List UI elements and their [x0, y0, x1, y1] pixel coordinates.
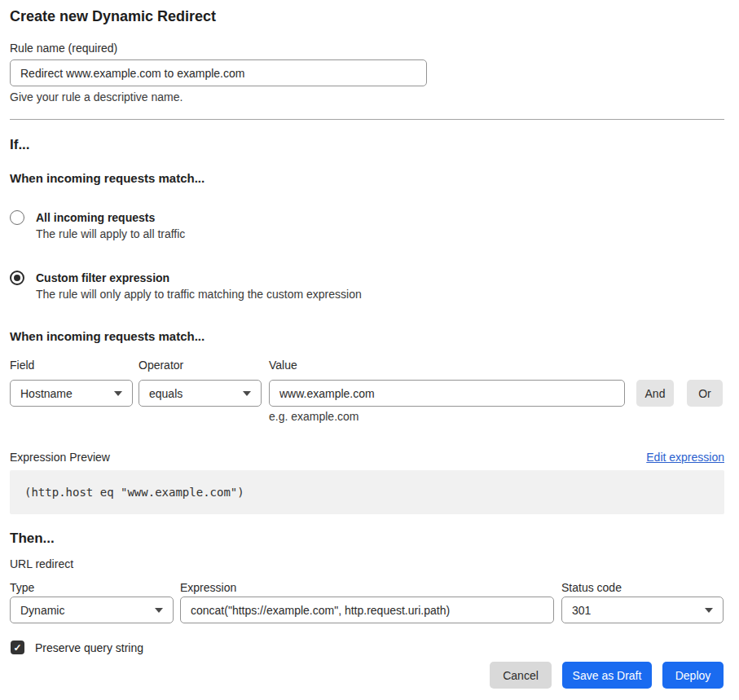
type-select[interactable]: Dynamic [10, 597, 174, 623]
field-select-value: Hostname [20, 387, 73, 400]
value-input[interactable] [269, 380, 625, 407]
radio-circle-selected-icon[interactable] [10, 271, 24, 285]
save-as-draft-button[interactable]: Save as Draft [562, 662, 652, 689]
type-label: Type [10, 581, 34, 594]
deploy-button[interactable]: Deploy [662, 662, 724, 689]
radio-description: The rule will only apply to traffic matc… [36, 286, 362, 303]
section-divider [10, 119, 724, 120]
radio-label: Custom filter expression [36, 270, 362, 286]
rule-name-label: Rule name (required) [10, 42, 117, 55]
then-heading: Then... [10, 531, 55, 547]
if-heading: If... [10, 137, 30, 153]
chevron-down-icon [155, 608, 163, 613]
operator-select-value: equals [149, 387, 183, 400]
value-hint: e.g. example.com [269, 410, 359, 423]
field-label: Field [10, 359, 34, 372]
radio-all-incoming-requests[interactable]: All incoming requests The rule will appl… [10, 209, 710, 243]
rule-name-help: Give your rule a descriptive name. [10, 90, 183, 103]
edit-expression-link[interactable]: Edit expression [646, 451, 724, 464]
match-heading-1: When incoming requests match... [10, 171, 205, 185]
status-code-label: Status code [561, 581, 622, 594]
checkbox-checked-icon[interactable]: ✓ [11, 641, 24, 654]
redirect-expression-input[interactable] [180, 597, 554, 623]
operator-label: Operator [139, 359, 183, 372]
chevron-down-icon [705, 608, 713, 613]
radio-circle-icon[interactable] [10, 210, 24, 225]
status-code-select[interactable]: 301 [561, 597, 724, 623]
or-button[interactable]: Or [687, 380, 723, 407]
rule-name-input[interactable] [10, 59, 427, 86]
expression-preview-code: (http.host eq "www.example.com") [10, 470, 724, 514]
type-select-value: Dynamic [20, 604, 64, 617]
url-redirect-label: URL redirect [10, 557, 73, 570]
preserve-query-string-row[interactable]: ✓ Preserve query string [11, 641, 143, 654]
operator-select[interactable]: equals [139, 380, 262, 407]
field-select[interactable]: Hostname [10, 380, 133, 407]
radio-label: All incoming requests [36, 209, 185, 226]
chevron-down-icon [114, 391, 122, 396]
value-label: Value [269, 359, 297, 372]
match-heading-2: When incoming requests match... [10, 329, 205, 343]
chevron-down-icon [243, 391, 251, 396]
redirect-expression-label: Expression [180, 581, 236, 594]
cancel-button[interactable]: Cancel [490, 662, 552, 689]
expression-code-text: (http.host eq "www.example.com") [24, 486, 244, 499]
page-title: Create new Dynamic Redirect [10, 8, 216, 25]
radio-custom-filter-expression[interactable]: Custom filter expression The rule will o… [10, 270, 710, 303]
status-code-value: 301 [572, 604, 591, 617]
radio-description: The rule will apply to all traffic [36, 226, 185, 243]
preserve-query-string-label: Preserve query string [35, 641, 143, 654]
and-button[interactable]: And [636, 380, 674, 407]
expression-preview-label: Expression Preview [10, 451, 110, 464]
